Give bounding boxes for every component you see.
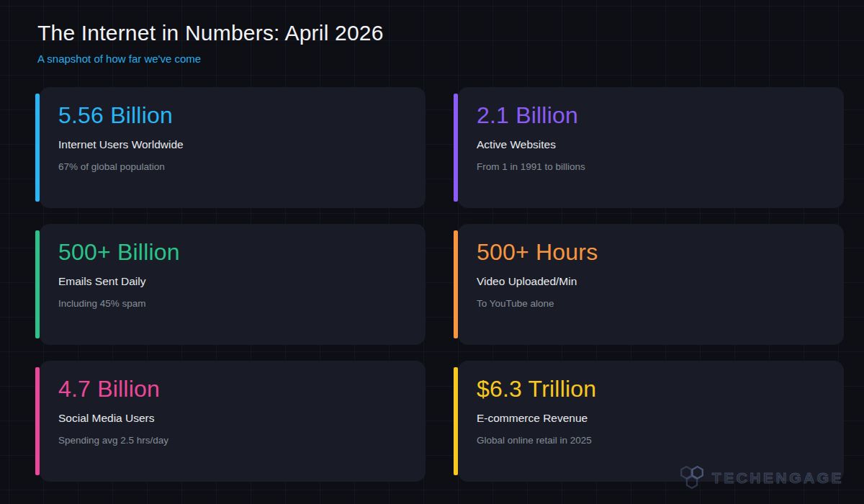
stat-accent-bar	[454, 230, 458, 338]
stat-card: 5.56 Billion Internet Users Worldwide 67…	[40, 87, 426, 208]
page-subtitle: A snapshot of how far we've come	[37, 53, 864, 66]
stat-accent-bar	[454, 94, 458, 202]
stat-card: 2.1 Billion Active Websites From 1 in 19…	[458, 87, 844, 208]
stat-label: Active Websites	[477, 138, 825, 152]
stat-card: 4.7 Billion Social Media Users Spending …	[40, 361, 426, 482]
stat-value: 4.7 Billion	[58, 375, 407, 402]
stat-detail: To YouTube alone	[477, 298, 825, 310]
page-title: The Internet in Numbers: April 2026	[37, 20, 864, 46]
stat-accent-bar	[35, 367, 40, 475]
stat-value: 5.56 Billion	[58, 102, 407, 129]
stat-card: 500+ Billion Emails Sent Daily Including…	[40, 224, 426, 345]
stat-value: 500+ Billion	[58, 238, 407, 266]
stat-label: Video Uploaded/Min	[477, 275, 825, 289]
stat-detail: From 1 in 1991 to billions	[477, 161, 825, 173]
stat-accent-bar	[454, 367, 458, 475]
stat-detail: 67% of global population	[58, 161, 407, 173]
stat-detail: Spending avg 2.5 hrs/day	[58, 435, 407, 446]
page-header: The Internet in Numbers: April 2026 A sn…	[0, 0, 864, 66]
stat-accent-bar	[35, 94, 40, 202]
stat-label: Social Media Users	[58, 412, 407, 426]
stat-label: Emails Sent Daily	[58, 275, 407, 289]
stat-value: 2.1 Billion	[477, 102, 825, 129]
stat-value: 500+ Hours	[477, 238, 825, 266]
stat-label: Internet Users Worldwide	[58, 138, 407, 152]
stat-accent-bar	[35, 230, 40, 338]
stats-grid: 5.56 Billion Internet Users Worldwide 67…	[40, 87, 844, 482]
stat-detail: Including 45% spam	[58, 298, 407, 310]
stat-value: $6.3 Trillion	[477, 375, 825, 402]
stat-label: E-commerce Revenue	[477, 412, 825, 426]
stat-card: $6.3 Trillion E-commerce Revenue Global …	[458, 361, 844, 482]
stat-detail: Global online retail in 2025	[477, 435, 825, 446]
stat-card: 500+ Hours Video Uploaded/Min To YouTube…	[458, 224, 844, 345]
